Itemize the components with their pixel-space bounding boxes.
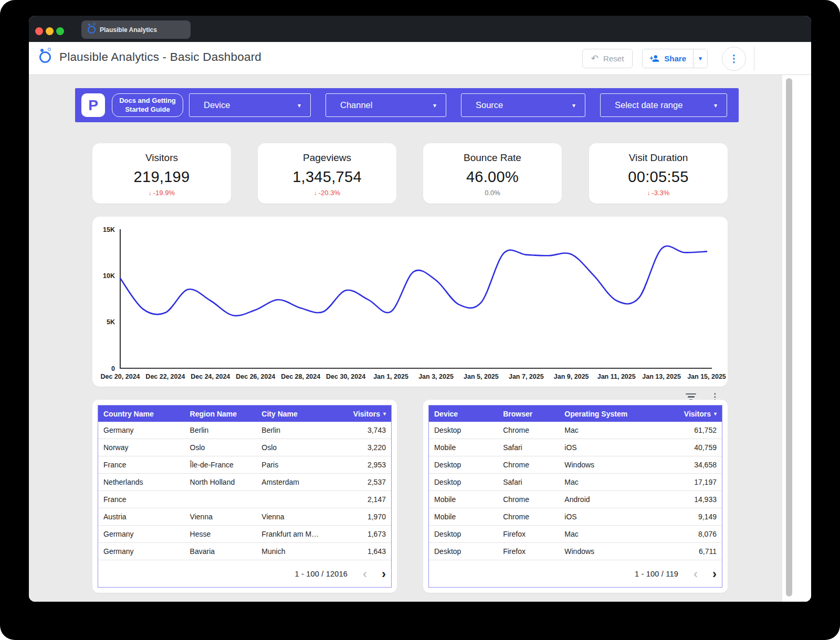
table-cell: 1,643: [335, 547, 391, 556]
reset-button[interactable]: Reset: [582, 49, 633, 68]
tech-table-card: Device Browser Operating System Visitors…: [423, 400, 728, 593]
svg-text:5K: 5K: [107, 318, 115, 326]
table-cell: 1,673: [335, 530, 391, 538]
scorecard-visit-duration: Visit Duration 00:05:55 -3.3%: [589, 143, 728, 204]
source-filter-dropdown[interactable]: Source: [461, 93, 585, 117]
scrollbar-track: [782, 75, 811, 602]
share-options-caret[interactable]: [693, 49, 707, 68]
down-arrow-icon: [647, 190, 650, 196]
table-cell: Desktop: [429, 461, 498, 469]
table-cell: France: [98, 461, 185, 469]
table-row[interactable]: Desktop Chrome Mac 61,752: [429, 422, 722, 439]
table-row[interactable]: Austria Vienna Vienna 1,970: [98, 508, 391, 526]
table-cell: Mac: [559, 426, 659, 434]
table-cell: Germany: [98, 426, 185, 434]
prev-page-button[interactable]: [692, 569, 699, 579]
source-filter-label: Source: [476, 100, 572, 110]
close-window-button[interactable]: [35, 27, 43, 35]
table-row[interactable]: Netherlands North Holland Amsterdam 2,53…: [98, 474, 391, 491]
next-page-button[interactable]: [381, 569, 387, 579]
column-country-name[interactable]: Country Name: [98, 410, 185, 418]
svg-text:15K: 15K: [103, 226, 115, 233]
tech-table: Device Browser Operating System Visitors…: [428, 405, 722, 588]
prev-page-button[interactable]: [362, 569, 368, 579]
zoom-window-button[interactable]: [56, 27, 64, 35]
table-cell: Chrome: [498, 495, 559, 504]
svg-text:10K: 10K: [103, 272, 115, 280]
table-cell: Mac: [559, 530, 659, 538]
scrollbar-thumb[interactable]: [786, 78, 792, 596]
geo-table: Country Name Region Name City Name Visit…: [98, 405, 392, 588]
column-operating-system[interactable]: Operating System: [559, 410, 659, 418]
svg-text:Jan 13, 2025: Jan 13, 2025: [642, 373, 681, 380]
table-cell: 1,970: [335, 513, 391, 521]
scorecard-delta: -3.3%: [589, 189, 728, 197]
docs-button[interactable]: Docs and Getting Started Guide: [112, 93, 183, 117]
minimize-window-button[interactable]: [46, 27, 54, 35]
svg-text:Jan 11, 2025: Jan 11, 2025: [597, 373, 636, 380]
table-row[interactable]: Desktop Safari Mac 17,197: [429, 474, 722, 491]
table-cell: Windows: [559, 547, 659, 556]
table-cell: 14,933: [659, 495, 722, 504]
scorecard-delta: 0.0%: [423, 189, 562, 197]
scorecard-label: Visitors: [92, 152, 231, 164]
next-page-button[interactable]: [711, 569, 718, 579]
browser-tab[interactable]: Plausible Analytics: [81, 20, 191, 39]
table-row[interactable]: Norway Oslo Oslo 3,220: [98, 439, 391, 456]
date-range-label: Select date range: [615, 100, 714, 110]
table-cell: Munich: [256, 547, 335, 556]
table-cell: Berlin: [256, 426, 335, 434]
svg-text:Jan 1, 2025: Jan 1, 2025: [373, 373, 408, 380]
device-filter-dropdown[interactable]: Device: [189, 93, 311, 117]
table-row[interactable]: Desktop Chrome Windows 34,658: [429, 456, 722, 474]
table-cell: Berlin: [185, 426, 257, 434]
date-range-dropdown[interactable]: Select date range: [600, 93, 727, 117]
table-cell: Desktop: [429, 530, 498, 538]
share-button[interactable]: Share: [642, 49, 708, 68]
table-row[interactable]: Mobile Chrome iOS 9,149: [429, 508, 722, 526]
table-cell: Hesse: [185, 530, 257, 538]
screen-background: Plausible Analytics Plausible Analytics …: [0, 0, 840, 640]
header-divider: [754, 47, 754, 71]
table-cell: Oslo: [185, 443, 257, 452]
tab-title: Plausible Analytics: [100, 26, 157, 34]
undo-icon: [591, 54, 598, 63]
table-cell: 3,220: [335, 443, 391, 452]
scorecard-delta: -19.9%: [92, 189, 231, 197]
table-cell: Firefox: [498, 547, 559, 556]
plausible-favicon-icon: [88, 26, 96, 34]
more-options-button[interactable]: [722, 47, 746, 71]
table-row[interactable]: Desktop Firefox Mac 8,076: [429, 526, 722, 543]
column-visitors[interactable]: Visitors: [335, 410, 391, 418]
table-cell: iOS: [559, 443, 659, 452]
visitors-line-chart[interactable]: 05K10K15KDec 20, 2024Dec 22, 2024Dec 24,…: [92, 217, 728, 387]
chevron-down-icon: [433, 102, 436, 109]
table-row[interactable]: Germany Berlin Berlin 3,743: [98, 422, 391, 439]
column-device[interactable]: Device: [429, 410, 498, 418]
table-row[interactable]: France 2,147: [98, 491, 391, 508]
scorecard-value: 46.00%: [423, 168, 562, 186]
column-region-name[interactable]: Region Name: [185, 410, 257, 418]
table-row[interactable]: Mobile Chrome Android 14,933: [429, 491, 722, 508]
pagination-label: 1 - 100 / 119: [635, 570, 678, 578]
table-row[interactable]: Desktop Firefox Windows 6,711: [429, 543, 722, 560]
window-titlebar: Plausible Analytics: [29, 16, 811, 42]
table-cell: Vienna: [185, 513, 257, 521]
report-header: Plausible Analytics - Basic Dashboard Re…: [29, 42, 811, 75]
table-row[interactable]: Mobile Safari iOS 40,759: [429, 439, 722, 456]
table-row[interactable]: France Île-de-France Paris 2,953: [98, 456, 391, 474]
table-cell: Chrome: [498, 461, 559, 469]
table-cell: 2,537: [335, 478, 391, 486]
table-row[interactable]: Germany Bavaria Munich 1,643: [98, 543, 391, 560]
table-cell: Mac: [559, 478, 659, 486]
channel-filter-dropdown[interactable]: Channel: [326, 93, 446, 117]
table-cell: Vienna: [256, 513, 335, 521]
column-browser[interactable]: Browser: [498, 410, 559, 418]
scorecard-label: Pageviews: [258, 152, 396, 164]
table-cell: 2,147: [335, 495, 391, 504]
table-row[interactable]: Germany Hesse Frankfurt am M… 1,673: [98, 526, 391, 543]
browser-window: Plausible Analytics Plausible Analytics …: [29, 16, 811, 602]
column-visitors[interactable]: Visitors: [659, 410, 722, 418]
table-cell: Amsterdam: [256, 478, 335, 486]
column-city-name[interactable]: City Name: [256, 410, 335, 418]
